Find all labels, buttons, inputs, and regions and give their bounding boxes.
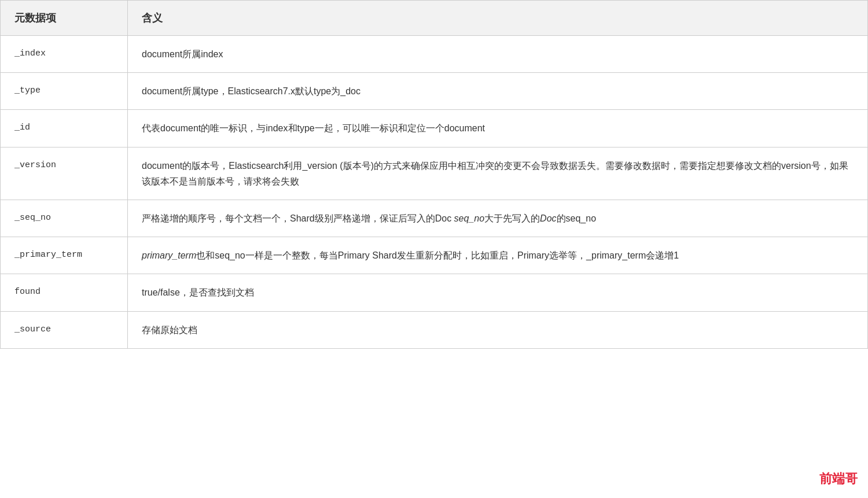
cell-key: found bbox=[1, 274, 128, 311]
table-row: _indexdocument所属index bbox=[1, 36, 868, 73]
cell-key: _version bbox=[1, 147, 128, 200]
cell-value: 代表document的唯一标识，与index和type一起，可以唯一标识和定位一… bbox=[128, 110, 868, 147]
table-row: _primary_termprimary_term也和seq_no一样是一个整数… bbox=[1, 237, 868, 274]
cell-value: primary_term也和seq_no一样是一个整数，每当Primary Sh… bbox=[128, 237, 868, 274]
table-row: _versiondocument的版本号，Elasticsearch利用_ver… bbox=[1, 147, 868, 200]
cell-value: document所属index bbox=[128, 36, 868, 73]
cell-key: _source bbox=[1, 311, 128, 348]
cell-key: _id bbox=[1, 110, 128, 147]
cell-value: document所属type，Elasticsearch7.x默认type为_d… bbox=[128, 73, 868, 110]
cell-value: true/false，是否查找到文档 bbox=[128, 274, 868, 311]
header-value: 含义 bbox=[128, 1, 868, 36]
table-row: _seq_no严格递增的顺序号，每个文档一个，Shard级别严格递增，保证后写入… bbox=[1, 200, 868, 237]
cell-key: _seq_no bbox=[1, 200, 128, 237]
table-row: _typedocument所属type，Elasticsearch7.x默认ty… bbox=[1, 73, 868, 110]
table-row: _source存储原始文档 bbox=[1, 311, 868, 348]
table-row: foundtrue/false，是否查找到文档 bbox=[1, 274, 868, 311]
header-key: 元数据项 bbox=[1, 1, 128, 36]
table-wrapper: 元数据项 含义 _indexdocument所属index_typedocume… bbox=[0, 0, 868, 498]
cell-key: _type bbox=[1, 73, 128, 110]
cell-key: _index bbox=[1, 36, 128, 73]
table-row: _id代表document的唯一标识，与index和type一起，可以唯一标识和… bbox=[1, 110, 868, 147]
cell-value: document的版本号，Elasticsearch利用_version (版本… bbox=[128, 147, 868, 200]
cell-key: _primary_term bbox=[1, 237, 128, 274]
metadata-table: 元数据项 含义 _indexdocument所属index_typedocume… bbox=[0, 0, 868, 349]
cell-value: 存储原始文档 bbox=[128, 311, 868, 348]
cell-value: 严格递增的顺序号，每个文档一个，Shard级别严格递增，保证后写入的Doc se… bbox=[128, 200, 868, 237]
